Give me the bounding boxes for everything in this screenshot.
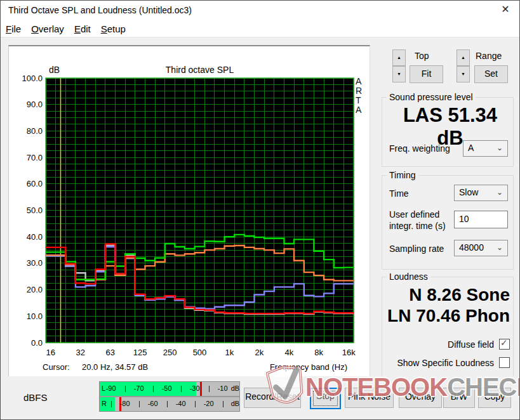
freq-weighting-value: A — [468, 143, 474, 153]
chart-title: Third octave SPL — [166, 65, 234, 75]
meter-scale-tick — [111, 401, 112, 407]
menu-bar: FileOverlayEditSetup — [1, 20, 519, 37]
diffuse-field-checkbox[interactable] — [499, 339, 510, 350]
pink-noise-button[interactable]: Pink Noise — [345, 388, 394, 408]
range-label: Range — [476, 51, 502, 61]
third-octave-spl-chart[interactable]: 100.090.080.070.060.050.040.030.020.010.… — [9, 46, 370, 377]
meter-scale-label: -50 — [162, 384, 172, 392]
meter-scale-tick — [181, 386, 182, 392]
spl-group-title: Sound pressure level — [387, 92, 476, 102]
set-button[interactable]: Set — [474, 65, 508, 83]
specific-loudness-label: Show Specific Loudness — [397, 358, 494, 368]
diffuse-field-row: Diffuse field — [1, 339, 510, 350]
record-reset-button[interactable]: Record/Reset — [244, 388, 301, 408]
range-up-spinner[interactable]: ▲ — [457, 49, 470, 66]
sampling-rate-label: Sampling rate — [389, 244, 444, 254]
level-meter: L-90-70-50-30-10dBR-80-60-40-20dB — [99, 381, 240, 412]
b-w-button[interactable]: B/W — [443, 388, 475, 408]
meter-scale-label: -30 — [190, 384, 200, 392]
top-label: Top — [415, 51, 429, 61]
meter-scale-label: -60 — [148, 400, 158, 407]
meter-scale-tick — [139, 401, 140, 407]
y-tick-label: 80.0 — [27, 126, 43, 136]
meter-channel-label: R — [102, 400, 107, 407]
meter-peak-l — [200, 382, 202, 396]
time-label: Time — [389, 188, 409, 199]
y-tick-label: 30.0 — [27, 258, 43, 268]
range-down-spinner[interactable]: ▼ — [457, 66, 470, 82]
stop-button[interactable]: Stop — [310, 388, 341, 409]
y-tick-label: 40.0 — [27, 232, 43, 242]
meter-scale-label: -90 — [106, 384, 116, 392]
fit-button[interactable]: Fit — [410, 65, 443, 83]
freq-weighting-label: Freq. weighting — [389, 143, 450, 154]
specific-loudness-row: Show Specific Loudness — [1, 357, 510, 368]
sampling-rate-value: 48000 — [459, 242, 484, 253]
loudness-group-title: Loudness — [387, 272, 430, 282]
window-title: Third Octave SPL and Loudness (Untitled.… — [8, 5, 192, 15]
timing-group-title: Timing — [387, 170, 418, 180]
arta-logo: ARTA — [356, 77, 366, 115]
meter-channel-label: L — [102, 384, 105, 392]
close-icon[interactable]: ✕ — [498, 3, 513, 17]
menu-item-file[interactable]: File — [1, 22, 26, 36]
chevron-down-icon: ⌄ — [497, 185, 503, 200]
chart-panel: 100.090.080.070.060.050.040.030.020.010.… — [8, 45, 370, 377]
overlay-button[interactable]: Overlay — [399, 388, 442, 408]
title-bar: Third Octave SPL and Loudness (Untitled.… — [1, 1, 519, 20]
meter-scale-label: -80 — [120, 400, 130, 407]
menu-item-edit[interactable]: Edit — [69, 22, 96, 36]
y-tick-label: 60.0 — [27, 179, 43, 188]
copy-button[interactable]: Copy — [478, 388, 511, 408]
dbfs-label: dBFS — [23, 392, 48, 403]
y-tick-label: 50.0 — [27, 206, 43, 215]
meter-scale-tick — [167, 401, 168, 407]
meter-scale-label: -20 — [204, 400, 214, 407]
integr-time-input[interactable]: 10 — [454, 211, 508, 228]
meter-scale-label: dB — [231, 384, 239, 392]
menu-item-setup[interactable]: Setup — [96, 22, 131, 36]
meter-scale-tick — [153, 386, 154, 392]
freq-weighting-select[interactable]: A ⌄ — [463, 140, 508, 157]
meter-scale-label: dB — [231, 400, 239, 407]
integr-time-label-line1: User defined — [389, 209, 439, 220]
sampling-rate-select[interactable]: 48000 ⌄ — [454, 240, 508, 256]
chevron-down-icon: ⌄ — [497, 240, 503, 255]
meter-scale-label: -70 — [134, 384, 144, 392]
y-tick-label: 10.0 — [27, 312, 43, 321]
y-tick-label: 70.0 — [27, 153, 43, 162]
y-tick-label: 20.0 — [27, 285, 43, 294]
meter-scale-tick — [125, 386, 126, 392]
top-up-spinner[interactable]: ▲ — [392, 49, 406, 66]
time-value: Slow — [459, 187, 478, 197]
grid — [46, 78, 354, 343]
loudness-sone-readout: N 8.26 Sone — [382, 285, 510, 305]
chevron-down-icon: ⌄ — [497, 141, 503, 155]
loudness-phon-readout: LN 70.46 Phon — [382, 306, 510, 326]
meter-row-r: R-80-60-40-20dB — [100, 397, 239, 411]
meter-scale-tick — [209, 386, 210, 392]
meter-scale-tick — [223, 401, 223, 407]
meter-scale-label: -10 — [218, 384, 228, 392]
meter-row-l: L-90-70-50-30-10dB — [100, 382, 239, 396]
meter-scale-label: -40 — [176, 400, 186, 407]
meter-scale-tick — [195, 401, 196, 407]
menu-item-overlay[interactable]: Overlay — [26, 22, 69, 36]
y-tick-label: 90.0 — [27, 100, 43, 109]
y-axis-unit: dB — [49, 65, 60, 75]
specific-loudness-checkbox[interactable] — [499, 357, 510, 368]
app-window: Third Octave SPL and Loudness (Untitled.… — [0, 0, 520, 420]
diffuse-field-label: Diffuse field — [448, 339, 494, 350]
integr-time-label-line2: integr. time (s) — [389, 221, 446, 231]
top-down-spinner[interactable]: ▼ — [392, 66, 406, 82]
time-select[interactable]: Slow ⌄ — [454, 185, 508, 201]
y-tick-label: 100.0 — [22, 74, 43, 83]
bottom-bar: dBFS L-90-70-50-30-10dBR-80-60-40-20dB R… — [1, 376, 519, 419]
